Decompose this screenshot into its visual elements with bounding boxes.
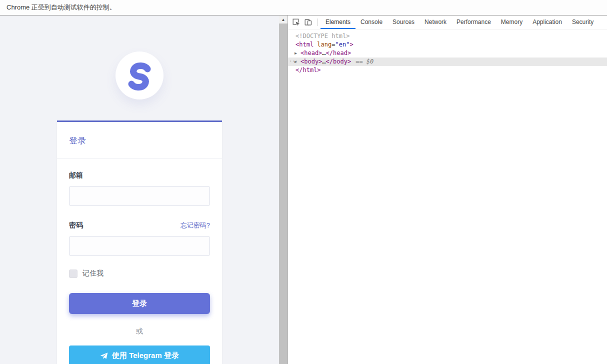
password-field[interactable]: [69, 236, 210, 256]
scrollbar-up-arrow[interactable]: ▲: [279, 16, 288, 24]
login-page: 登录 邮箱 密码 忘记密码?: [0, 16, 279, 364]
login-card-body: 邮箱 密码 忘记密码? 记住我 登录 或: [57, 159, 222, 364]
email-label: 邮箱: [69, 171, 83, 180]
dom-head-line[interactable]: ▶<head>…</head>: [288, 49, 607, 58]
remember-me-label: 记住我: [82, 269, 104, 278]
dom-body-line-selected[interactable]: ···▶<body>…</body>== $0: [288, 58, 607, 66]
login-heading: 登录: [69, 136, 86, 146]
scrollbar-thumb[interactable]: [279, 24, 288, 364]
selected-node-annotation: == $0: [356, 58, 374, 66]
telegram-login-button[interactable]: 使用 Telegram 登录: [69, 346, 210, 364]
devtools-toolbar: Elements Console Sources Network Perform…: [288, 16, 607, 30]
tab-console[interactable]: Console: [356, 16, 388, 29]
telegram-plane-icon: [100, 352, 108, 360]
tab-application[interactable]: Application: [528, 16, 567, 29]
tab-security[interactable]: Security: [567, 16, 598, 29]
tab-sources[interactable]: Sources: [388, 16, 420, 29]
telegram-button-label: 使用 Telegram 登录: [112, 351, 179, 360]
site-logo: [116, 52, 164, 100]
email-group: 邮箱: [69, 171, 210, 206]
doctype-token: <!DOCTYPE html>: [296, 32, 350, 40]
password-group: 密码 忘记密码?: [69, 221, 210, 256]
remember-me-checkbox[interactable]: [69, 270, 78, 278]
more-actions-dots[interactable]: ···: [289, 58, 298, 66]
chrome-automation-banner: Chrome 正受到自动测试软件的控制。: [0, 0, 607, 16]
elements-dom-tree: <!DOCTYPE html> <html lang="en"> ▶<head>…: [288, 30, 607, 74]
devtools-tabs: Elements Console Sources Network Perform…: [320, 16, 598, 29]
main-split: 登录 邮箱 密码 忘记密码?: [0, 16, 607, 364]
login-card: 登录 邮箱 密码 忘记密码?: [57, 120, 222, 364]
login-button[interactable]: 登录: [69, 293, 210, 314]
toolbar-separator: [318, 18, 318, 26]
page-scrollbar[interactable]: ▲: [279, 16, 288, 364]
or-divider: 或: [69, 327, 210, 336]
remember-me-row: 记住我: [69, 269, 210, 278]
dom-html-open-line[interactable]: <html lang="en">: [288, 40, 607, 49]
s-logo-icon: [116, 52, 164, 100]
tab-memory[interactable]: Memory: [496, 16, 528, 29]
head-expand-arrow[interactable]: ▶: [294, 49, 300, 58]
password-label: 密码: [69, 221, 83, 230]
email-field[interactable]: [69, 186, 210, 206]
devtools-panel: Elements Console Sources Network Perform…: [288, 16, 607, 364]
dom-doctype-line[interactable]: <!DOCTYPE html>: [288, 32, 607, 40]
tab-performance[interactable]: Performance: [452, 16, 496, 29]
login-card-header: 登录: [57, 122, 222, 159]
automation-banner-text: Chrome 正受到自动测试软件的控制。: [6, 3, 116, 12]
tab-elements[interactable]: Elements: [320, 16, 356, 29]
forgot-password-link[interactable]: 忘记密码?: [180, 221, 210, 230]
dom-html-close-line[interactable]: </html>: [288, 66, 607, 74]
inspect-element-icon[interactable]: [292, 18, 300, 26]
device-toolbar-icon[interactable]: [304, 18, 312, 26]
tab-network[interactable]: Network: [420, 16, 452, 29]
